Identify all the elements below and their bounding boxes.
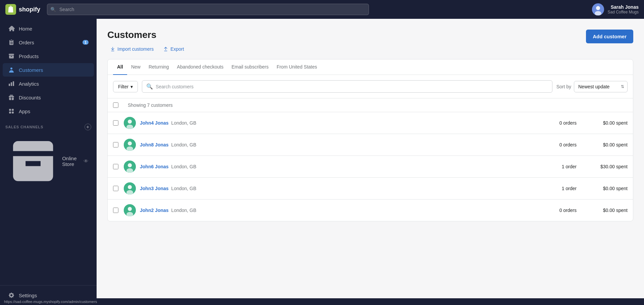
customer-row-john3[interactable]: John3 Jonas London, GB 1 order $0.00 spe… [108, 177, 633, 199]
sidebar-item-label-home: Home [19, 26, 32, 32]
customer-spent-john6: $30.00 spent [587, 164, 628, 169]
tab-abandoned[interactable]: Abandoned checkouts [173, 59, 228, 75]
customer-location-john8: London, GB [171, 142, 197, 147]
customer-orders-john4: 0 orders [547, 120, 587, 126]
customer-checkbox-john8[interactable] [113, 142, 118, 147]
sort-select-wrap: Newest updateOldest updateName A-ZName Z… [574, 81, 628, 92]
tab-from-us[interactable]: From United States [273, 59, 321, 75]
discounts-icon [8, 94, 15, 101]
import-customers-link[interactable]: Import customers [107, 44, 156, 54]
customer-list: John4 Jonas London, GB 0 orders $0.00 sp… [108, 112, 633, 221]
customer-row-john6[interactable]: John6 Jonas London, GB 1 order $30.00 sp… [108, 156, 633, 177]
avatar [592, 3, 604, 15]
sidebar-item-label-discounts: Discounts [19, 95, 41, 100]
sidebar-item-apps[interactable]: Apps [3, 104, 94, 118]
showing-row: Showing 7 customers [108, 98, 633, 112]
top-nav: shopify 🔍 Sarah Jonas Sad Coffee Mugs [0, 0, 644, 19]
sales-channels-label: SALES CHANNELS [5, 125, 43, 129]
customer-row-john2[interactable]: John2 Jonas London, GB 0 orders $0.00 sp… [108, 199, 633, 221]
online-store-label: Online Store [62, 156, 79, 167]
customer-checkbox-john6[interactable] [113, 164, 118, 169]
status-bar: https://sad-coffee-mugs.myshopify.com/ad… [0, 298, 644, 305]
products-icon [8, 53, 15, 59]
eye-icon[interactable]: 👁 [84, 158, 89, 164]
customer-row-john8[interactable]: John8 Jonas London, GB 0 orders $0.00 sp… [108, 134, 633, 156]
sales-channels-section: SALES CHANNELS + [0, 118, 97, 132]
svg-point-16 [128, 207, 132, 211]
add-sales-channel-button[interactable]: + [85, 124, 91, 130]
customer-spent-john4: $0.00 spent [587, 120, 628, 126]
customer-spent-john3: $0.00 spent [587, 186, 628, 191]
sidebar-item-label-analytics: Analytics [19, 81, 39, 87]
sidebar-item-analytics[interactable]: Analytics [3, 77, 94, 90]
tab-new[interactable]: New [127, 59, 145, 75]
logo-bag [5, 4, 16, 15]
sidebar-item-label-apps: Apps [19, 108, 30, 114]
customer-orders-john6: 1 order [547, 164, 587, 169]
customer-orders-john3: 1 order [547, 186, 587, 191]
badge-orders: 1 [83, 40, 89, 45]
shopify-logo[interactable]: shopify [5, 4, 40, 15]
svg-point-1 [596, 6, 600, 10]
sidebar-item-label-products: Products [19, 53, 39, 59]
header-actions: Import customers Export [107, 44, 187, 54]
sidebar-item-label-orders: Orders [19, 40, 34, 45]
customer-name-john3: John3 Jonas [140, 186, 169, 191]
customer-name-john6: John6 Jonas [140, 164, 169, 169]
select-all-checkbox[interactable] [113, 102, 118, 108]
tab-all[interactable]: All [113, 59, 127, 75]
sort-label: Sort by [556, 84, 571, 89]
export-link[interactable]: Export [160, 44, 186, 54]
customers-icon [8, 67, 15, 73]
export-icon [163, 46, 168, 52]
analytics-icon [8, 80, 15, 87]
customer-spent-john2: $0.00 spent [587, 208, 628, 213]
add-customer-button[interactable]: Add customer [586, 30, 633, 43]
global-search-bar: 🔍 [47, 4, 369, 15]
main-content: Customers Import customers Export [97, 19, 644, 305]
customer-location-john4: London, GB [171, 120, 197, 126]
page-header: Customers Import customers Export [107, 30, 633, 54]
user-store: Sad Coffee Mugs [607, 10, 639, 14]
sidebar-item-home[interactable]: Home [3, 22, 94, 35]
sort-select[interactable]: Newest updateOldest updateName A-ZName Z… [574, 81, 628, 92]
search-customers-input[interactable] [156, 84, 548, 89]
filter-button[interactable]: Filter ▾ [113, 81, 138, 92]
app-body: Home Orders 1 Products Customers Analyti… [0, 19, 644, 305]
customer-row-john4[interactable]: John4 Jonas London, GB 0 orders $0.00 sp… [108, 112, 633, 134]
customer-spent-john8: $0.00 spent [587, 142, 628, 147]
customer-checkbox-john4[interactable] [113, 120, 118, 126]
filter-label: Filter [118, 84, 128, 89]
sidebar-item-products[interactable]: Products [3, 49, 94, 63]
customer-checkbox-john3[interactable] [113, 186, 118, 191]
sidebar-item-label-customers: Customers [19, 67, 43, 73]
tab-email-subscribers[interactable]: Email subscribers [227, 59, 272, 75]
customers-card: AllNewReturningAbandoned checkoutsEmail … [107, 59, 633, 221]
user-name: Sarah Jonas [611, 4, 639, 10]
customer-avatar-john2 [124, 204, 136, 216]
sidebar-item-online-store[interactable]: Online Store 👁 [3, 133, 94, 189]
home-icon [8, 25, 15, 32]
sort-area: Sort by Newest updateOldest updateName A… [556, 81, 628, 92]
customer-avatar-john4 [124, 117, 136, 129]
customer-location-john6: London, GB [171, 164, 197, 169]
sidebar-item-orders[interactable]: Orders 1 [3, 36, 94, 49]
customer-name-john2: John2 Jonas [140, 208, 169, 213]
filter-chevron-icon: ▾ [130, 84, 133, 89]
customer-name-john4: John4 Jonas [140, 120, 169, 126]
svg-point-7 [128, 141, 132, 145]
sidebar-item-customers[interactable]: Customers [3, 63, 94, 77]
user-info: Sarah Jonas Sad Coffee Mugs [607, 4, 639, 14]
svg-point-10 [128, 163, 132, 167]
global-search-input[interactable] [47, 4, 369, 15]
sidebar-item-discounts[interactable]: Discounts [3, 91, 94, 104]
sidebar: Home Orders 1 Products Customers Analyti… [0, 19, 97, 305]
tab-returning[interactable]: Returning [145, 59, 173, 75]
customer-location-john2: London, GB [171, 208, 197, 213]
search-customers-bar: 🔍 [142, 80, 552, 93]
customer-avatar-john6 [124, 161, 136, 173]
customer-avatar-john3 [124, 182, 136, 194]
user-menu[interactable]: Sarah Jonas Sad Coffee Mugs [592, 3, 639, 15]
customer-checkbox-john2[interactable] [113, 208, 118, 213]
search-icon: 🔍 [50, 7, 56, 12]
